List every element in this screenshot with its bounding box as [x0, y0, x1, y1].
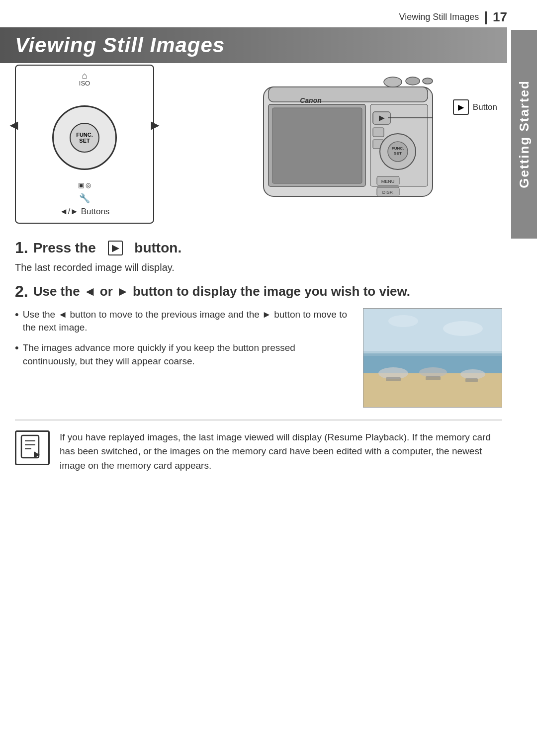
bottom-icons: ▣ ◎ [78, 181, 91, 189]
svg-text:DISP.: DISP. [382, 190, 393, 195]
title-bar: Viewing Still Images [0, 27, 507, 63]
bullet-text-1: Use the ◄ button to move to the previous… [23, 308, 348, 335]
play-icon: ▶ [458, 102, 464, 112]
svg-rect-29 [426, 376, 441, 380]
step1-title: 1. Press the ▶ button. [15, 239, 502, 257]
step2-text: Use the ◄ or ► button to display the ima… [33, 283, 410, 300]
svg-rect-3 [272, 108, 362, 183]
note-section: If you have replayed images, the last im… [15, 420, 502, 473]
step1-number: 1. [15, 239, 28, 257]
header-row: Viewing Still Images | 17 [399, 9, 507, 25]
svg-text:▶: ▶ [379, 114, 385, 122]
step1-section: 1. Press the ▶ button. The last recorded… [15, 239, 502, 273]
step1-text-after: button. [134, 240, 181, 256]
button-diagram: ⌂ ISO ◄ FUNC. SET ► ▣ ◎ 🔧 ◄/► Buttons [15, 65, 154, 224]
side-tab: Getting Started [511, 30, 537, 239]
play-button-box: ▶ [453, 99, 469, 115]
svg-text:Canon: Canon [300, 96, 322, 104]
beach-photo [363, 308, 502, 408]
bullet-dot-2: • [15, 342, 19, 353]
side-tab-label: Getting Started [517, 80, 532, 188]
note-text: If you have replayed images, the last im… [60, 430, 502, 473]
step2-bullets: • Use the ◄ button to move to the previo… [15, 308, 348, 375]
note-icon [15, 430, 50, 465]
buttons-label-text: ◄/► Buttons [60, 207, 110, 217]
camera-illustration: ▶ FUNC. SET MENU DISP. Canon [154, 65, 502, 224]
step1-description: The last recorded image will display. [15, 262, 502, 273]
note-icon-svg [19, 434, 46, 461]
buttons-label: ◄/► Buttons [60, 207, 110, 217]
svg-rect-31 [363, 351, 502, 356]
bullet-item-1: • Use the ◄ button to move to the previo… [15, 308, 348, 335]
play-button-label: Button [473, 102, 497, 112]
svg-point-26 [419, 367, 447, 377]
svg-point-32 [443, 321, 483, 336]
func-set-dial: FUNC. SET [52, 105, 117, 170]
iso-label: ISO [79, 80, 90, 87]
page-title: Viewing Still Images [15, 33, 225, 57]
header-title: Viewing Still Images [399, 12, 479, 22]
svg-point-33 [388, 315, 418, 327]
svg-point-27 [460, 369, 485, 379]
main-content: ⌂ ISO ◄ FUNC. SET ► ▣ ◎ 🔧 ◄/► Buttons [15, 65, 502, 473]
step1-text: Press the ▶ button. [33, 240, 181, 256]
left-arrow: ◄ [7, 117, 21, 133]
header-separator: | [484, 9, 488, 25]
step1-text-before: Press the [33, 240, 96, 256]
bottom-icon2: 🔧 [79, 193, 90, 204]
bullet-text-2: The images advance more quickly if you k… [23, 341, 348, 368]
svg-rect-1 [268, 87, 428, 102]
svg-text:MENU: MENU [381, 179, 395, 184]
step1-play-icon: ▶ [108, 241, 123, 255]
svg-text:SET: SET [394, 151, 402, 156]
svg-rect-28 [386, 377, 401, 381]
beach-svg [363, 309, 502, 408]
play-button-indicator: ▶ Button [453, 99, 497, 115]
svg-rect-30 [465, 378, 478, 382]
diagram-area: ⌂ ISO ◄ FUNC. SET ► ▣ ◎ 🔧 ◄/► Buttons [15, 65, 502, 224]
svg-rect-10 [373, 128, 384, 137]
bullet-dot-1: • [15, 309, 19, 320]
step2-number: 2. [15, 283, 28, 299]
svg-text:FUNC.: FUNC. [392, 146, 404, 151]
step2-section: 2. Use the ◄ or ► button to display the … [15, 283, 502, 408]
func-set-button: FUNC. SET [70, 123, 99, 153]
svg-point-6 [406, 77, 420, 85]
step2-title: 2. Use the ◄ or ► button to display the … [15, 283, 502, 300]
step2-content: • Use the ◄ button to move to the previo… [15, 308, 502, 408]
bullet-item-2: • The images advance more quickly if you… [15, 341, 348, 368]
camera-svg: ▶ FUNC. SET MENU DISP. Canon [204, 72, 452, 216]
svg-point-5 [384, 77, 402, 87]
page-number: 17 [493, 9, 507, 25]
svg-point-7 [423, 78, 433, 84]
